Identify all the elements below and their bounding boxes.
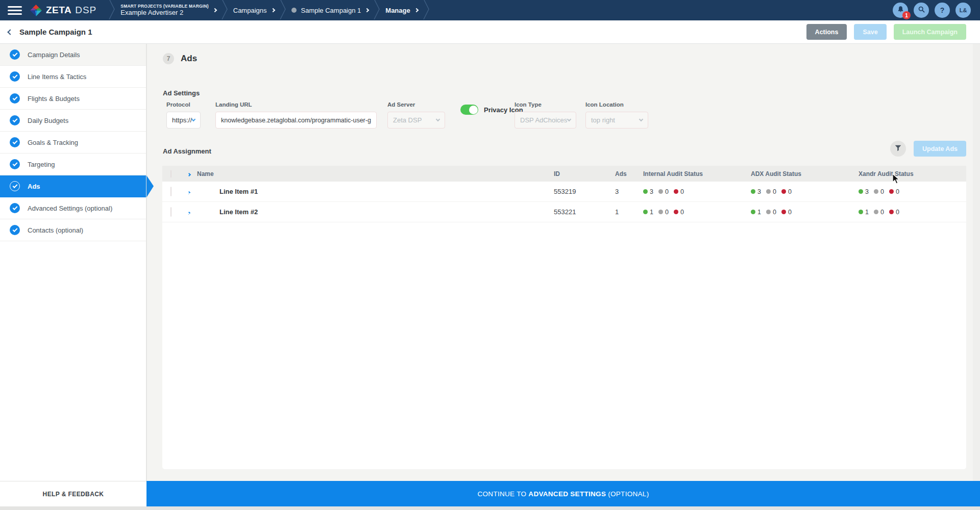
- row-checkbox[interactable]: [170, 207, 172, 217]
- landing-url-label: Landing URL: [215, 101, 377, 108]
- update-ads-button[interactable]: Update Ads: [914, 141, 966, 157]
- row-checkbox[interactable]: [170, 187, 172, 196]
- icon-type-value: DSP AdChoices: [520, 116, 567, 124]
- campaign-action-buttons: Actions Save Launch Campaign: [806, 24, 980, 40]
- breadcrumb-campaigns-label: Campaigns: [233, 7, 267, 14]
- breadcrumb-separator-icon: [423, 0, 430, 21]
- campaign-header-bar: Sample Campaign 1 Actions Save Launch Ca…: [0, 20, 980, 44]
- ad-server-field: Ad Server Zeta DSP: [387, 101, 445, 129]
- notifications-button[interactable]: 1: [893, 3, 908, 18]
- check-circle-icon: [10, 71, 20, 82]
- breadcrumb-separator-icon: [374, 0, 380, 21]
- bottom-strip: [0, 506, 980, 510]
- line-item-name[interactable]: Line Item #2: [219, 208, 554, 216]
- privacy-icon-toggle[interactable]: [460, 105, 478, 115]
- check-circle-icon: [10, 203, 20, 213]
- breadcrumb-campaigns[interactable]: Campaigns: [233, 7, 275, 14]
- breadcrumb-campaign-label: Sample Campaign 1: [301, 7, 361, 14]
- column-header-name[interactable]: Name: [197, 170, 554, 177]
- logo-text-dsp: DSP: [75, 5, 96, 16]
- line-item-id: 553219: [554, 188, 615, 195]
- approved-dot-icon: [751, 189, 755, 194]
- sidebar-item-label: Line Items & Tactics: [28, 73, 86, 81]
- pending-dot-icon: [766, 189, 771, 194]
- logo-text-zeta: ZETA: [46, 5, 71, 16]
- check-circle-icon: [10, 93, 20, 104]
- chevron-right-icon: [365, 8, 369, 12]
- sidebar-item-ads[interactable]: Ads: [0, 175, 146, 197]
- sidebar-item-line-items-tactics[interactable]: Line Items & Tactics: [0, 66, 146, 88]
- breadcrumb-manage-label: Manage: [385, 7, 410, 14]
- icon-location-field: Icon Location top right: [585, 101, 648, 129]
- chevron-right-icon: [271, 8, 275, 12]
- rejected-dot-icon: [781, 189, 786, 194]
- topbar-actions: 1 ? L&: [893, 3, 980, 18]
- launch-campaign-button[interactable]: Launch Campaign: [894, 24, 966, 40]
- column-header-ads[interactable]: Ads: [615, 170, 643, 177]
- check-circle-icon: [10, 137, 20, 147]
- help-button[interactable]: ?: [935, 3, 950, 18]
- table-row: Line Item #1 553219 3 3 0 0 3 0 0 3 0 0: [162, 182, 966, 202]
- search-button[interactable]: [914, 3, 929, 18]
- help-feedback-button[interactable]: HELP & FEEDBACK: [0, 481, 146, 506]
- sidebar-item-goals-tracking[interactable]: Goals & Tracking: [0, 132, 146, 154]
- line-item-name[interactable]: Line Item #1: [219, 188, 554, 195]
- step-number-badge: 7: [163, 53, 174, 64]
- zeta-dsp-logo[interactable]: ZETA DSP: [30, 4, 96, 17]
- breadcrumb-manage[interactable]: Manage: [385, 7, 418, 14]
- breadcrumb: SMART PROJECTS (VARIABLE MARGIN) Example…: [104, 0, 434, 20]
- user-avatar[interactable]: L&: [955, 3, 971, 18]
- menu-icon[interactable]: [8, 6, 22, 15]
- approved-dot-icon: [643, 189, 648, 194]
- column-header-xandr-audit[interactable]: Xandr Audit Status: [859, 170, 966, 177]
- sort-expand-icon[interactable]: [188, 170, 197, 177]
- breadcrumb-advertiser-label: Example Advertiser 2: [120, 9, 208, 17]
- protocol-field: Protocol https://: [166, 101, 201, 129]
- avatar-initials: L&: [960, 7, 967, 13]
- breadcrumb-campaign[interactable]: Sample Campaign 1: [291, 7, 369, 14]
- sidebar-item-targeting[interactable]: Targeting: [0, 154, 146, 175]
- filter-button[interactable]: [890, 141, 906, 157]
- protocol-label: Protocol: [166, 101, 201, 108]
- back-button[interactable]: [8, 30, 12, 34]
- line-item-ads-count: 1: [615, 208, 643, 216]
- approved-dot-icon: [751, 210, 755, 214]
- actions-button[interactable]: Actions: [806, 24, 847, 40]
- landing-url-field: Landing URL: [215, 101, 377, 129]
- save-button[interactable]: Save: [854, 24, 886, 40]
- approved-dot-icon: [859, 189, 863, 194]
- landing-url-input[interactable]: [221, 117, 371, 124]
- chevron-down-icon: [436, 117, 440, 121]
- column-header-adx-audit[interactable]: ADX Audit Status: [751, 170, 859, 177]
- scrollbar-track[interactable]: [973, 44, 980, 481]
- chevron-down-icon: [191, 117, 195, 121]
- top-navigation-bar: ZETA DSP SMART PROJECTS (VARIABLE MARGIN…: [0, 0, 980, 20]
- sidebar-item-advanced-settings[interactable]: Advanced Settings (optional): [0, 197, 146, 219]
- protocol-value: https://: [172, 116, 192, 124]
- pending-dot-icon: [874, 210, 878, 214]
- protocol-select[interactable]: https://: [166, 112, 201, 129]
- column-header-id[interactable]: ID: [554, 170, 615, 177]
- ads-step-content: 7 Ads Ad Settings Protocol https:// Land…: [147, 44, 980, 481]
- breadcrumb-advertiser[interactable]: SMART PROJECTS (VARIABLE MARGIN) Example…: [120, 4, 216, 17]
- pending-dot-icon: [766, 210, 771, 214]
- icon-type-label: Icon Type: [514, 101, 576, 108]
- sidebar-item-flights-budgets[interactable]: Flights & Budgets: [0, 88, 146, 110]
- line-item-ads-count: 3: [615, 188, 643, 195]
- sidebar-item-contacts[interactable]: Contacts (optional): [0, 219, 146, 241]
- check-circle-icon: [10, 181, 20, 191]
- column-header-internal-audit[interactable]: Internal Audit Status: [643, 170, 751, 177]
- sidebar-item-label: Daily Budgets: [28, 117, 68, 124]
- check-circle-icon: [10, 159, 20, 169]
- sidebar-item-daily-budgets[interactable]: Daily Budgets: [0, 110, 146, 132]
- select-all-checkbox[interactable]: [170, 170, 172, 178]
- icon-type-field: Icon Type DSP AdChoices: [514, 101, 576, 129]
- adx-audit-status: 1 0 0: [751, 209, 859, 216]
- table-row: Line Item #2 553221 1 1 0 0 1 0 0 1 0 0: [162, 202, 966, 222]
- rejected-dot-icon: [674, 189, 678, 194]
- sidebar-item-label: Advanced Settings (optional): [28, 205, 112, 212]
- sidebar-item-campaign-details[interactable]: Campaign Details: [0, 44, 146, 66]
- sidebar-item-label: Goals & Tracking: [28, 139, 78, 146]
- internal-audit-status: 1 0 0: [643, 209, 751, 216]
- continue-advanced-settings-button[interactable]: CONTINUE TO ADVANCED SETTINGS (OPTIONAL): [146, 481, 980, 506]
